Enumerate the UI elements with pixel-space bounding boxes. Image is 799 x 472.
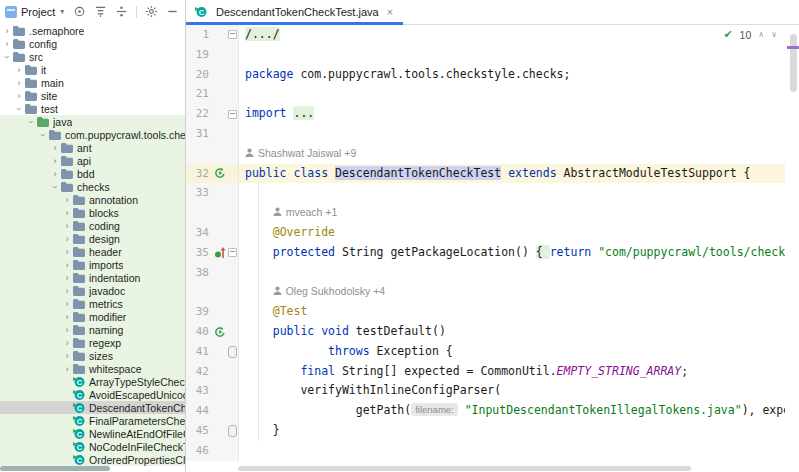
run-test-icon[interactable] xyxy=(212,167,227,179)
tree-row-naming[interactable]: ›naming xyxy=(0,323,185,336)
chevron-expanded-icon[interactable]: › xyxy=(38,130,48,140)
line-number: 31 xyxy=(186,124,212,144)
close-icon[interactable]: × xyxy=(387,6,393,18)
tree-row-label: sizes xyxy=(89,350,113,362)
chevron-collapsed-icon[interactable]: › xyxy=(62,299,72,309)
tree-row-orderedpropertieschecktest[interactable]: COrderedPropertiesCheckTest xyxy=(0,453,185,466)
overrides-method-icon[interactable] xyxy=(212,246,227,259)
fold-marker-icon[interactable] xyxy=(228,30,237,39)
tree-row-ant[interactable]: ›ant xyxy=(0,141,185,154)
chevron-collapsed-icon[interactable]: › xyxy=(2,39,12,49)
chevron-down-icon[interactable]: ▾ xyxy=(60,7,64,16)
tree-row--semaphore[interactable]: ›.semaphore xyxy=(0,24,185,37)
fold-marker-icon[interactable] xyxy=(228,425,237,437)
project-tree[interactable]: ›.semaphore›config›src›it›main›site›test… xyxy=(0,24,185,472)
fold-marker-icon[interactable] xyxy=(228,110,237,119)
fold-marker-icon[interactable] xyxy=(228,248,237,257)
tree-row-whitespace[interactable]: ›whitespace xyxy=(0,362,185,375)
chevron-collapsed-icon[interactable]: › xyxy=(62,208,72,218)
collapse-all-icon[interactable] xyxy=(115,5,128,18)
editor-vertical-scrollbar[interactable] xyxy=(790,34,797,92)
code-editor[interactable]: 1/.../1920package com.puppycrawl.tools.c… xyxy=(186,25,785,464)
project-panel-title[interactable]: Project xyxy=(21,6,55,18)
chevron-collapsed-icon[interactable]: › xyxy=(14,78,24,88)
expand-all-icon[interactable] xyxy=(94,5,107,18)
tree-row-src[interactable]: ›src xyxy=(0,50,185,63)
chevron-collapsed-icon[interactable]: › xyxy=(62,273,72,283)
locate-icon[interactable] xyxy=(73,5,86,18)
chevron-collapsed-icon[interactable]: › xyxy=(62,247,72,257)
tree-row-regexp[interactable]: ›regexp xyxy=(0,336,185,349)
chevron-collapsed-icon[interactable]: › xyxy=(62,286,72,296)
tree-row-bdd[interactable]: ›bdd xyxy=(0,167,185,180)
chevron-expanded-icon[interactable]: › xyxy=(26,117,36,127)
fold-marker-icon[interactable] xyxy=(228,346,237,358)
tree-row-avoidescapedunicodecharacterschecktest[interactable]: CAvoidEscapedUnicodeCharactersCheckTest xyxy=(0,388,185,401)
gutter-fold-column xyxy=(227,30,238,39)
chevron-collapsed-icon[interactable]: › xyxy=(62,312,72,322)
chevron-collapsed-icon[interactable]: › xyxy=(62,195,72,205)
tree-row-main[interactable]: ›main xyxy=(0,76,185,89)
chevron-collapsed-icon[interactable]: › xyxy=(62,338,72,348)
chevron-collapsed-icon[interactable]: › xyxy=(62,325,72,335)
tree-row-label: regexp xyxy=(89,337,121,349)
tree-row-imports[interactable]: ›imports xyxy=(0,258,185,271)
chevron-collapsed-icon[interactable]: › xyxy=(14,65,24,75)
tree-row-java[interactable]: ›java xyxy=(0,115,185,128)
tree-row-config[interactable]: ›config xyxy=(0,37,185,50)
tree-row-modifier[interactable]: ›modifier xyxy=(0,310,185,323)
tree-row-javadoc[interactable]: ›javadoc xyxy=(0,284,185,297)
tree-row-nocodeinfilechecktest[interactable]: CNoCodeInFileCheckTest xyxy=(0,440,185,453)
tree-row-annotation[interactable]: ›annotation xyxy=(0,193,185,206)
inspections-widget[interactable]: ✔ 10 ∧ ∨ xyxy=(723,28,777,41)
tree-row-site[interactable]: ›site xyxy=(0,89,185,102)
chevron-collapsed-icon[interactable]: › xyxy=(14,91,24,101)
editor-tab[interactable]: C DescendantTokenCheckTest.java × xyxy=(186,0,403,24)
tree-row-header[interactable]: ›header xyxy=(0,245,185,258)
chevron-collapsed-icon[interactable]: › xyxy=(50,143,60,153)
code-segment xyxy=(245,304,273,318)
tree-row-label: FinalParametersCheckTest xyxy=(89,415,185,427)
code-author-inlay: Shashwat Jaiswal +9 xyxy=(186,144,785,164)
tree-row-design[interactable]: ›design xyxy=(0,232,185,245)
chevron-collapsed-icon[interactable]: › xyxy=(62,351,72,361)
chevron-collapsed-icon[interactable]: › xyxy=(2,26,12,36)
chevron-expanded-icon[interactable]: › xyxy=(14,104,24,114)
chevron-collapsed-icon[interactable]: › xyxy=(50,169,60,179)
chevron-collapsed-icon[interactable]: › xyxy=(62,234,72,244)
tree-row-coding[interactable]: ›coding xyxy=(0,219,185,232)
tree-row-sizes[interactable]: ›sizes xyxy=(0,349,185,362)
tree-row-finalparameterschecktest[interactable]: CFinalParametersCheckTest xyxy=(0,414,185,427)
tree-row-newlineatendoffilechecktest[interactable]: CNewlineAtEndOfFileCheckTest xyxy=(0,427,185,440)
tree-row-metrics[interactable]: ›metrics xyxy=(0,297,185,310)
previous-problem-icon[interactable]: ∧ xyxy=(758,30,764,39)
hide-panel-icon[interactable] xyxy=(166,5,179,18)
tree-row-test[interactable]: ›test xyxy=(0,102,185,115)
tree-row-checks[interactable]: ›checks xyxy=(0,180,185,193)
chevron-collapsed-icon[interactable]: › xyxy=(62,221,72,231)
chevron-collapsed-icon[interactable]: › xyxy=(62,260,72,270)
folder-icon xyxy=(60,142,73,153)
line-number: 33 xyxy=(186,183,212,203)
settings-icon[interactable] xyxy=(145,5,158,18)
chevron-collapsed-icon[interactable]: › xyxy=(62,364,72,374)
code-segment xyxy=(245,245,273,259)
code-segment: ; xyxy=(681,364,688,378)
tree-row-api[interactable]: ›api xyxy=(0,154,185,167)
chevron-expanded-icon[interactable]: › xyxy=(50,182,60,192)
tree-row-label: naming xyxy=(89,324,123,336)
next-problem-icon[interactable]: ∨ xyxy=(771,30,777,39)
tree-row-arraytypestylechecktest[interactable]: CArrayTypeStyleCheckTest xyxy=(0,375,185,388)
tree-row-it[interactable]: ›it xyxy=(0,63,185,76)
chevron-collapsed-icon[interactable]: › xyxy=(50,156,60,166)
tree-row-descendanttokenchecktest[interactable]: CDescendantTokenCheckTest xyxy=(0,401,185,414)
tree-row-blocks[interactable]: ›blocks xyxy=(0,206,185,219)
java-test-class-icon: C xyxy=(72,454,85,465)
tree-horizontal-scrollbar[interactable] xyxy=(0,466,110,471)
editor-horizontal-scrollbar[interactable] xyxy=(238,466,691,471)
tree-row-com-puppycrawl-tools-checkstyle[interactable]: ›com.puppycrawl.tools.checkstyle xyxy=(0,128,185,141)
code-line-text xyxy=(239,45,245,65)
run-test-icon[interactable] xyxy=(212,326,227,338)
tree-row-indentation[interactable]: ›indentation xyxy=(0,271,185,284)
chevron-expanded-icon[interactable]: › xyxy=(2,52,12,62)
